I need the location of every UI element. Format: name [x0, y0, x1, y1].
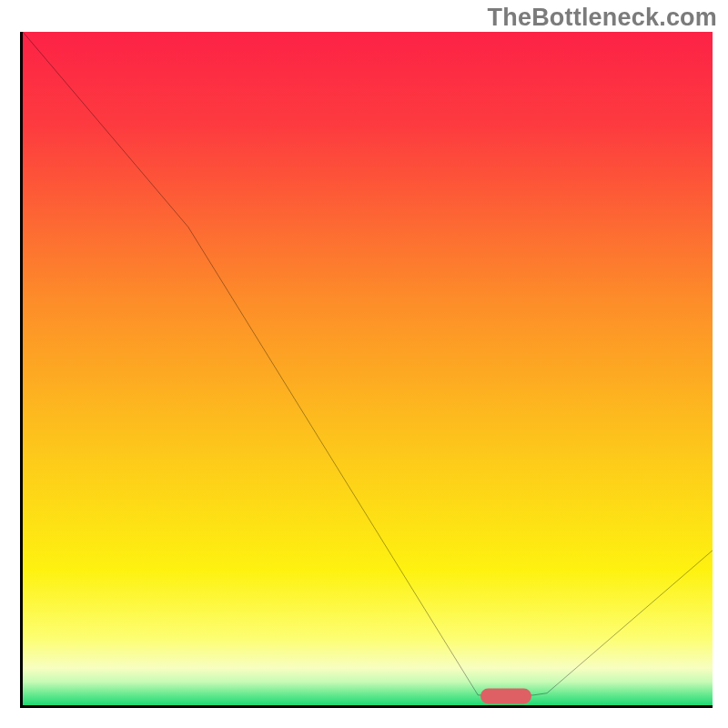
watermark-text: TheBottleneck.com	[488, 4, 717, 32]
bottleneck-curve	[23, 32, 713, 705]
chart-stage: TheBottleneck.com	[0, 0, 728, 728]
optimum-marker	[480, 688, 531, 703]
plot-area	[20, 32, 713, 708]
